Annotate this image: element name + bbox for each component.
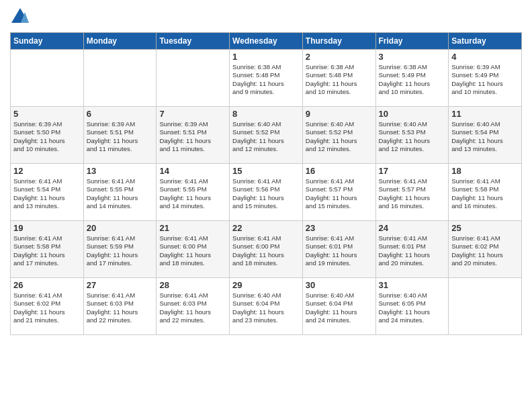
day-info: Sunrise: 6:41 AM Sunset: 5:59 PM Dayligh…: [87, 234, 154, 267]
day-info: Sunrise: 6:41 AM Sunset: 6:02 PM Dayligh…: [13, 291, 81, 324]
day-number: 18: [451, 166, 519, 176]
day-number: 28: [159, 280, 226, 290]
calendar-cell: 18Sunrise: 6:41 AM Sunset: 5:58 PM Dayli…: [449, 164, 522, 221]
day-info: Sunrise: 6:39 AM Sunset: 5:50 PM Dayligh…: [13, 120, 81, 153]
day-info: Sunrise: 6:40 AM Sunset: 6:04 PM Dayligh…: [232, 291, 300, 324]
day-number: 30: [306, 280, 373, 290]
calendar-cell: 9Sunrise: 6:40 AM Sunset: 5:52 PM Daylig…: [302, 107, 375, 164]
calendar-cell: 2Sunrise: 6:38 AM Sunset: 5:48 PM Daylig…: [302, 50, 375, 107]
week-row-4: 19Sunrise: 6:41 AM Sunset: 5:58 PM Dayli…: [11, 221, 522, 278]
calendar-cell: 24Sunrise: 6:41 AM Sunset: 6:01 PM Dayli…: [375, 221, 449, 278]
day-number: 5: [13, 109, 81, 119]
day-number: 8: [232, 109, 300, 119]
calendar-cell: 6Sunrise: 6:39 AM Sunset: 5:51 PM Daylig…: [83, 107, 157, 164]
day-number: 3: [379, 52, 446, 62]
day-info: Sunrise: 6:40 AM Sunset: 5:52 PM Dayligh…: [306, 120, 373, 153]
day-number: 6: [87, 109, 154, 119]
week-row-1: 1Sunrise: 6:38 AM Sunset: 5:48 PM Daylig…: [11, 50, 522, 107]
day-number: 19: [13, 223, 81, 233]
calendar-cell: [83, 50, 157, 107]
weekday-thursday: Thursday: [302, 33, 375, 50]
week-row-5: 26Sunrise: 6:41 AM Sunset: 6:02 PM Dayli…: [11, 278, 522, 335]
day-info: Sunrise: 6:41 AM Sunset: 5:55 PM Dayligh…: [87, 177, 154, 210]
day-number: 15: [232, 166, 300, 176]
day-info: Sunrise: 6:41 AM Sunset: 5:58 PM Dayligh…: [13, 234, 81, 267]
day-info: Sunrise: 6:40 AM Sunset: 5:53 PM Dayligh…: [379, 120, 446, 153]
day-number: 21: [159, 223, 226, 233]
logo-icon: [10, 7, 30, 27]
calendar-cell: 7Sunrise: 6:39 AM Sunset: 5:51 PM Daylig…: [157, 107, 230, 164]
day-number: 2: [306, 52, 373, 62]
day-info: Sunrise: 6:41 AM Sunset: 6:01 PM Dayligh…: [306, 234, 373, 267]
day-number: 17: [379, 166, 446, 176]
calendar-cell: [157, 50, 230, 107]
weekday-wednesday: Wednesday: [230, 33, 303, 50]
calendar-cell: 20Sunrise: 6:41 AM Sunset: 5:59 PM Dayli…: [83, 221, 157, 278]
day-number: 16: [306, 166, 373, 176]
page: SundayMondayTuesdayWednesdayThursdayFrid…: [0, 0, 532, 411]
day-number: 11: [451, 109, 519, 119]
calendar-cell: 31Sunrise: 6:40 AM Sunset: 6:05 PM Dayli…: [375, 278, 449, 335]
day-number: 4: [451, 52, 519, 62]
day-info: Sunrise: 6:40 AM Sunset: 6:05 PM Dayligh…: [379, 291, 446, 324]
day-number: 26: [13, 280, 81, 290]
weekday-tuesday: Tuesday: [157, 33, 230, 50]
calendar-cell: 17Sunrise: 6:41 AM Sunset: 5:57 PM Dayli…: [375, 164, 449, 221]
calendar-cell: 28Sunrise: 6:41 AM Sunset: 6:03 PM Dayli…: [157, 278, 230, 335]
calendar-cell: 29Sunrise: 6:40 AM Sunset: 6:04 PM Dayli…: [230, 278, 303, 335]
day-info: Sunrise: 6:41 AM Sunset: 6:03 PM Dayligh…: [159, 291, 226, 324]
week-row-2: 5Sunrise: 6:39 AM Sunset: 5:50 PM Daylig…: [11, 107, 522, 164]
day-info: Sunrise: 6:39 AM Sunset: 5:49 PM Dayligh…: [451, 63, 519, 96]
day-info: Sunrise: 6:40 AM Sunset: 5:54 PM Dayligh…: [451, 120, 519, 153]
calendar-cell: 26Sunrise: 6:41 AM Sunset: 6:02 PM Dayli…: [11, 278, 84, 335]
day-info: Sunrise: 6:41 AM Sunset: 6:01 PM Dayligh…: [379, 234, 446, 267]
day-info: Sunrise: 6:41 AM Sunset: 5:58 PM Dayligh…: [451, 177, 519, 210]
day-number: 24: [379, 223, 446, 233]
day-info: Sunrise: 6:40 AM Sunset: 5:52 PM Dayligh…: [232, 120, 300, 153]
day-number: 7: [159, 109, 226, 119]
day-number: 23: [306, 223, 373, 233]
weekday-header-row: SundayMondayTuesdayWednesdayThursdayFrid…: [11, 33, 522, 50]
day-info: Sunrise: 6:39 AM Sunset: 5:51 PM Dayligh…: [87, 120, 154, 153]
calendar: SundayMondayTuesdayWednesdayThursdayFrid…: [10, 32, 522, 335]
logo: [10, 7, 33, 27]
day-number: 10: [379, 109, 446, 119]
day-number: 13: [87, 166, 154, 176]
day-number: 31: [379, 280, 446, 290]
calendar-cell: [449, 278, 522, 335]
calendar-cell: 15Sunrise: 6:41 AM Sunset: 5:56 PM Dayli…: [230, 164, 303, 221]
calendar-cell: [11, 50, 84, 107]
day-info: Sunrise: 6:38 AM Sunset: 5:48 PM Dayligh…: [232, 63, 300, 96]
calendar-cell: 21Sunrise: 6:41 AM Sunset: 6:00 PM Dayli…: [157, 221, 230, 278]
day-info: Sunrise: 6:41 AM Sunset: 5:57 PM Dayligh…: [306, 177, 373, 210]
day-info: Sunrise: 6:41 AM Sunset: 5:54 PM Dayligh…: [13, 177, 81, 210]
calendar-cell: 27Sunrise: 6:41 AM Sunset: 6:03 PM Dayli…: [83, 278, 157, 335]
calendar-cell: 16Sunrise: 6:41 AM Sunset: 5:57 PM Dayli…: [302, 164, 375, 221]
day-number: 9: [306, 109, 373, 119]
calendar-cell: 11Sunrise: 6:40 AM Sunset: 5:54 PM Dayli…: [449, 107, 522, 164]
day-info: Sunrise: 6:38 AM Sunset: 5:48 PM Dayligh…: [306, 63, 373, 96]
calendar-cell: 13Sunrise: 6:41 AM Sunset: 5:55 PM Dayli…: [83, 164, 157, 221]
day-number: 27: [87, 280, 154, 290]
calendar-cell: 5Sunrise: 6:39 AM Sunset: 5:50 PM Daylig…: [11, 107, 84, 164]
calendar-cell: 25Sunrise: 6:41 AM Sunset: 6:02 PM Dayli…: [449, 221, 522, 278]
calendar-cell: 1Sunrise: 6:38 AM Sunset: 5:48 PM Daylig…: [230, 50, 303, 107]
calendar-cell: 19Sunrise: 6:41 AM Sunset: 5:58 PM Dayli…: [11, 221, 84, 278]
header: [10, 7, 522, 27]
calendar-cell: 8Sunrise: 6:40 AM Sunset: 5:52 PM Daylig…: [230, 107, 303, 164]
day-number: 14: [159, 166, 226, 176]
day-info: Sunrise: 6:41 AM Sunset: 5:56 PM Dayligh…: [232, 177, 300, 210]
calendar-cell: 22Sunrise: 6:41 AM Sunset: 6:00 PM Dayli…: [230, 221, 303, 278]
day-number: 1: [232, 52, 300, 62]
day-info: Sunrise: 6:41 AM Sunset: 6:00 PM Dayligh…: [232, 234, 300, 267]
calendar-cell: 30Sunrise: 6:40 AM Sunset: 6:04 PM Dayli…: [302, 278, 375, 335]
calendar-cell: 10Sunrise: 6:40 AM Sunset: 5:53 PM Dayli…: [375, 107, 449, 164]
calendar-cell: 12Sunrise: 6:41 AM Sunset: 5:54 PM Dayli…: [11, 164, 84, 221]
day-number: 29: [232, 280, 300, 290]
day-info: Sunrise: 6:41 AM Sunset: 6:02 PM Dayligh…: [451, 234, 519, 267]
day-number: 20: [87, 223, 154, 233]
day-info: Sunrise: 6:41 AM Sunset: 6:03 PM Dayligh…: [87, 291, 154, 324]
weekday-monday: Monday: [83, 33, 157, 50]
day-info: Sunrise: 6:41 AM Sunset: 5:55 PM Dayligh…: [159, 177, 226, 210]
calendar-cell: 4Sunrise: 6:39 AM Sunset: 5:49 PM Daylig…: [449, 50, 522, 107]
